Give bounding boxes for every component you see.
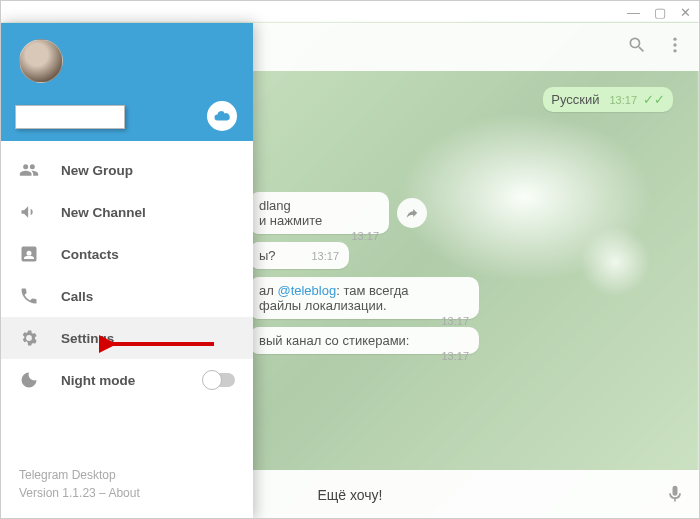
share-icon[interactable] — [397, 198, 427, 228]
message-incoming[interactable]: ал @teleblog: там всегда файлы локализац… — [249, 277, 479, 319]
menu-label: Night mode — [61, 373, 135, 388]
read-ticks-icon: ✓✓ — [643, 92, 665, 107]
cloud-icon — [213, 107, 231, 125]
moon-icon — [19, 370, 39, 390]
menu-item-new-group[interactable]: New Group — [1, 149, 253, 191]
message-text: dlang — [259, 198, 379, 213]
message-incoming[interactable]: dlang и нажмите 13:17 — [249, 192, 389, 234]
message-time: 13:17 — [311, 250, 339, 262]
message-text: файлы локализации. — [259, 298, 469, 313]
drawer-header — [1, 23, 253, 141]
svg-point-2 — [673, 49, 676, 52]
close-button[interactable]: ✕ — [680, 6, 691, 19]
message-incoming[interactable]: ы? 13:17 — [249, 242, 349, 269]
menu-label: New Group — [61, 163, 133, 178]
phone-icon — [19, 286, 39, 306]
window-titlebar: — ▢ ✕ — [1, 1, 699, 23]
message-text: Русский — [551, 92, 599, 107]
menu-label: Settings — [61, 331, 114, 346]
message-input-text: Ещё хочу! — [317, 487, 382, 503]
microphone-icon[interactable] — [665, 484, 685, 507]
message-incoming[interactable]: вый канал со стикерами: 13:17 — [249, 327, 479, 354]
group-icon — [19, 160, 39, 180]
saved-messages-button[interactable] — [207, 101, 237, 131]
app-name: Telegram Desktop — [19, 466, 235, 484]
message-text: вый канал со стикерами: — [259, 333, 469, 348]
menu-item-settings[interactable]: Settings — [1, 317, 253, 359]
minimize-button[interactable]: — — [627, 6, 640, 19]
mention-link[interactable]: @teleblog — [277, 283, 336, 298]
night-mode-toggle[interactable] — [203, 373, 235, 387]
message-outgoing[interactable]: Русский 13:17 ✓✓ — [543, 87, 673, 112]
version-text: Version 1.1.23 – — [19, 486, 108, 500]
drawer-menu: New Group New Channel Contacts Calls Set… — [1, 141, 253, 454]
contact-icon — [19, 244, 39, 264]
message-time: 13:17 — [441, 350, 469, 362]
message-text: и нажмите — [259, 213, 379, 228]
svg-point-0 — [673, 38, 676, 41]
menu-label: Contacts — [61, 247, 119, 262]
user-avatar[interactable] — [19, 39, 63, 83]
maximize-button[interactable]: ▢ — [654, 6, 666, 19]
message-text: ы? — [259, 248, 276, 263]
message-time: 13:17 — [609, 94, 637, 106]
drawer-footer: Telegram Desktop Version 1.1.23 – About — [1, 454, 253, 519]
menu-label: Calls — [61, 289, 93, 304]
main-menu-drawer: New Group New Channel Contacts Calls Set… — [1, 23, 253, 519]
megaphone-icon — [19, 202, 39, 222]
menu-item-calls[interactable]: Calls — [1, 275, 253, 317]
search-icon[interactable] — [627, 35, 647, 59]
user-name-field[interactable] — [15, 105, 125, 129]
gear-icon — [19, 328, 39, 348]
message-time: 13:17 — [351, 230, 379, 242]
message-time: 13:17 — [441, 315, 469, 327]
message-text: ал — [259, 283, 277, 298]
menu-item-contacts[interactable]: Contacts — [1, 233, 253, 275]
message-text: : там всегда — [336, 283, 408, 298]
menu-label: New Channel — [61, 205, 146, 220]
svg-point-1 — [673, 43, 676, 46]
about-link[interactable]: About — [108, 486, 139, 500]
menu-item-new-channel[interactable]: New Channel — [1, 191, 253, 233]
more-icon[interactable] — [665, 35, 685, 59]
menu-item-night-mode[interactable]: Night mode — [1, 359, 253, 401]
